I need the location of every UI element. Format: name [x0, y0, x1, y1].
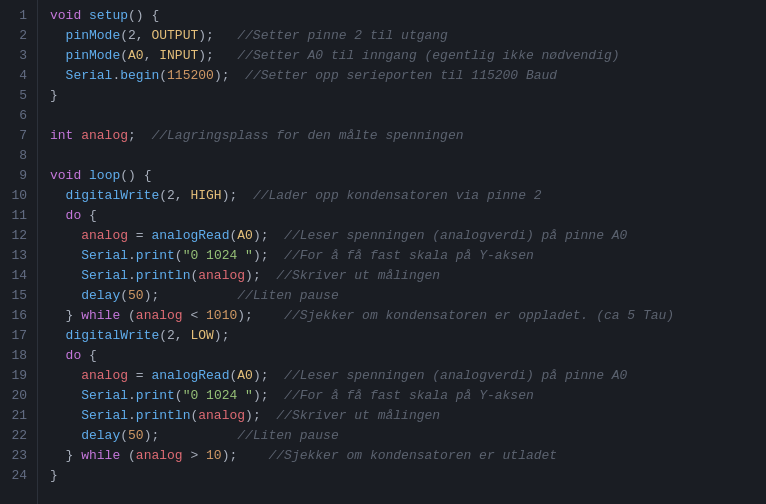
- token-fn: Serial: [81, 388, 128, 403]
- token-plain: );: [144, 288, 238, 303]
- token-plain: [81, 8, 89, 23]
- code-content[interactable]: void setup() { pinMode(2, OUTPUT); //Set…: [38, 0, 766, 504]
- token-cmt: //Lader opp kondensatoren via pinne 2: [253, 188, 542, 203]
- token-plain: );: [253, 388, 284, 403]
- token-cmt: //For å få fast skala på Y-aksen: [284, 388, 534, 403]
- token-str: "0 1024 ": [183, 388, 253, 403]
- token-plain: }: [50, 468, 58, 483]
- token-kw: void: [50, 168, 81, 183]
- token-type: HIGH: [190, 188, 221, 203]
- line-number: 17: [0, 326, 37, 346]
- code-line: int analog; //Lagringsplass for den målt…: [50, 126, 766, 146]
- code-line: void setup() {: [50, 6, 766, 26]
- token-plain: );: [222, 188, 253, 203]
- token-plain: {: [81, 348, 97, 363]
- line-number: 20: [0, 386, 37, 406]
- code-line: [50, 106, 766, 126]
- token-var: analog: [198, 408, 245, 423]
- token-cmt: //Setter opp serieporten til 115200 Baud: [245, 68, 557, 83]
- code-line: void loop() {: [50, 166, 766, 186]
- code-line: Serial.println(analog); //Skriver ut mål…: [50, 406, 766, 426]
- token-plain: (: [120, 48, 128, 63]
- token-var: analog: [136, 308, 183, 323]
- token-plain: (2,: [120, 28, 151, 43]
- code-line: } while (analog > 10); //Sjekker om kond…: [50, 446, 766, 466]
- line-number: 18: [0, 346, 37, 366]
- token-cmt: //Setter A0 til inngang (egentlig ikke n…: [237, 48, 619, 63]
- token-cmt: //Leser spenningen (analogverdi) på pinn…: [284, 228, 627, 243]
- line-number: 3: [0, 46, 37, 66]
- token-num: 10: [206, 448, 222, 463]
- code-line: Serial.println(analog); //Skriver ut mål…: [50, 266, 766, 286]
- line-number: 1: [0, 6, 37, 26]
- line-numbers: 123456789101112131415161718192021222324: [0, 0, 38, 504]
- line-number: 7: [0, 126, 37, 146]
- token-fn: digitalWrite: [66, 328, 160, 343]
- token-fn: digitalWrite: [66, 188, 160, 203]
- token-plain: }: [50, 88, 58, 103]
- token-var: analog: [81, 228, 128, 243]
- token-fn: delay: [81, 428, 120, 443]
- token-str: "0 1024 ": [183, 248, 253, 263]
- token-plain: }: [66, 308, 82, 323]
- code-line: do {: [50, 346, 766, 366]
- line-number: 21: [0, 406, 37, 426]
- token-var: analog: [198, 268, 245, 283]
- token-plain: =: [128, 228, 151, 243]
- line-number: 16: [0, 306, 37, 326]
- token-plain: () {: [120, 168, 151, 183]
- code-line: analog = analogRead(A0); //Leser spennin…: [50, 366, 766, 386]
- code-line: pinMode(A0, INPUT); //Setter A0 til inng…: [50, 46, 766, 66]
- token-plain: }: [66, 448, 82, 463]
- token-plain: );: [253, 248, 284, 263]
- token-plain: );: [253, 228, 284, 243]
- token-fn: Serial: [81, 248, 128, 263]
- token-method: println: [136, 408, 191, 423]
- token-type: A0: [237, 368, 253, 383]
- code-line: Serial.print("0 1024 "); //For å få fast…: [50, 246, 766, 266]
- token-plain: (: [120, 428, 128, 443]
- token-kw: while: [81, 308, 120, 323]
- token-num: 1010: [206, 308, 237, 323]
- token-fn: pinMode: [66, 48, 121, 63]
- code-line: }: [50, 466, 766, 486]
- token-plain: {: [81, 208, 97, 223]
- token-plain: .: [128, 248, 136, 263]
- token-plain: );: [245, 408, 276, 423]
- token-plain: ;: [128, 128, 151, 143]
- token-cmt: //Leser spenningen (analogverdi) på pinn…: [284, 368, 627, 383]
- token-plain: );: [245, 268, 276, 283]
- token-var: analog: [81, 128, 128, 143]
- line-number: 15: [0, 286, 37, 306]
- token-plain: (: [159, 68, 167, 83]
- line-number: 10: [0, 186, 37, 206]
- token-method: println: [136, 268, 191, 283]
- token-plain: );: [198, 48, 237, 63]
- token-plain: (: [175, 388, 183, 403]
- token-kw: while: [81, 448, 120, 463]
- token-plain: (2,: [159, 188, 190, 203]
- token-type: LOW: [190, 328, 213, 343]
- token-plain: );: [253, 368, 284, 383]
- line-number: 19: [0, 366, 37, 386]
- token-cmt: //Sjekker om kondensatoren er oppladet. …: [284, 308, 674, 323]
- token-num: 115200: [167, 68, 214, 83]
- token-plain: (: [120, 288, 128, 303]
- line-number: 9: [0, 166, 37, 186]
- code-line: } while (analog < 1010); //Sjekker om ko…: [50, 306, 766, 326]
- token-cmt: //Setter pinne 2 til utgang: [237, 28, 448, 43]
- token-fn: delay: [81, 288, 120, 303]
- line-number: 11: [0, 206, 37, 226]
- line-number: 8: [0, 146, 37, 166]
- code-line: delay(50); //Liten pause: [50, 286, 766, 306]
- token-plain: (: [175, 248, 183, 263]
- line-number: 14: [0, 266, 37, 286]
- code-line: digitalWrite(2, HIGH); //Lader opp konde…: [50, 186, 766, 206]
- code-line: Serial.begin(115200); //Setter opp serie…: [50, 66, 766, 86]
- token-plain: =: [128, 368, 151, 383]
- line-number: 23: [0, 446, 37, 466]
- token-plain: [81, 168, 89, 183]
- token-plain: >: [183, 448, 206, 463]
- code-line: Serial.print("0 1024 "); //For å få fast…: [50, 386, 766, 406]
- token-fn: loop: [89, 168, 120, 183]
